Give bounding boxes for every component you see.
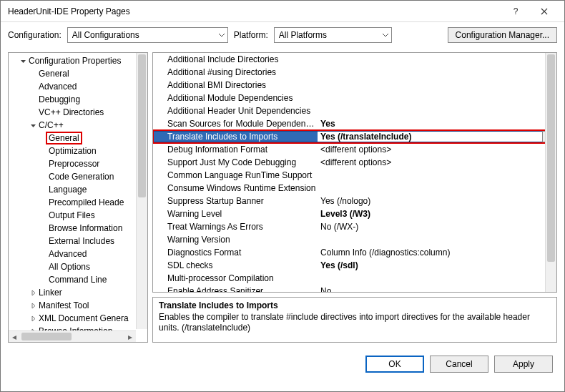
collapse-icon[interactable] [29,122,37,129]
configuration-dropdown[interactable]: All Configurations [67,27,228,43]
close-button[interactable] [530,1,559,22]
window-title: HeaderUnit-IDE Property Pages [8,6,501,16]
tree-item[interactable]: Manifest Tool [9,299,147,312]
tree-item[interactable]: Command Line [9,273,147,286]
close-icon [541,8,548,15]
scrollbar-thumb[interactable] [547,54,555,262]
property-name: SDL checks [153,260,318,270]
tree-item-ccpp[interactable]: C/C++ [9,119,147,132]
property-name: Consume Windows Runtime Extension [153,183,318,193]
property-value[interactable]: No (/WX-) [318,222,556,232]
property-name: Diagnostics Format [153,248,318,258]
tree-item[interactable]: VC++ Directories [9,106,147,119]
property-row[interactable]: Additional BMI Directories [153,79,556,92]
property-value[interactable]: Yes (/nologo) [318,196,556,206]
property-row[interactable]: Enable Address SanitizerNo [153,285,556,292]
property-name: Warning Level [153,209,318,219]
tree-item[interactable]: General [9,132,147,144]
property-name: Warning Version [153,235,318,245]
tree-item-configuration-properties[interactable]: Configuration Properties [9,54,147,67]
config-bar: Configuration: All Configurations Platfo… [1,22,564,48]
property-name: Additional Header Unit Dependencies [153,106,318,116]
property-value[interactable]: Level3 (/W3) [318,209,556,219]
property-row[interactable]: Additional Module Dependencies [153,92,556,104]
tree-item[interactable]: External Includes [9,235,147,248]
configuration-manager-button[interactable]: Configuration Manager... [448,27,557,43]
property-name: Additional Module Dependencies [153,93,318,103]
property-row[interactable]: Scan Sources for Module DependenciesYes [153,117,556,130]
tree-item[interactable]: Browse Information [9,222,147,235]
apply-button[interactable]: Apply [494,356,553,373]
property-value[interactable]: <different options> [318,144,556,155]
tree-item[interactable]: Output Files [9,209,147,222]
description-text: Enables the compiler to translate #inclu… [159,312,551,333]
tree-item[interactable]: Advanced [9,80,147,93]
chevron-down-icon [219,30,225,40]
property-name: Additional BMI Directories [153,80,318,90]
property-row[interactable]: Warning LevelLevel3 (/W3) [153,207,556,220]
property-value[interactable]: Yes (/translateInclude) [318,132,542,142]
cancel-button[interactable]: Cancel [430,356,488,373]
platform-dropdown[interactable]: All Platforms [274,27,392,43]
property-row[interactable]: Debug Information Format<different optio… [153,143,556,156]
property-row[interactable]: Support Just My Code Debugging<different… [153,156,556,169]
tree-item[interactable]: Optimization [9,144,147,157]
configuration-label: Configuration: [8,30,62,40]
tree-scrollbar-horizontal[interactable]: ◂ ▸ [9,330,136,342]
title-bar: HeaderUnit-IDE Property Pages ? [1,1,564,22]
tree-item[interactable]: Code Generation [9,170,147,183]
property-name: Common Language RunTime Support [153,170,318,180]
property-name: Additional #using Directories [153,67,318,77]
property-row[interactable]: Translate Includes to ImportsYes (/trans… [153,130,556,143]
property-value[interactable]: Column Info (/diagnostics:column) [318,248,556,258]
property-row[interactable]: Warning Version [153,233,556,246]
property-name: Scan Sources for Module Dependencies [153,119,318,129]
property-value[interactable]: Yes [318,119,556,129]
property-row[interactable]: Treat Warnings As ErrorsNo (/WX-) [153,220,556,233]
tree-item[interactable]: Linker [9,286,147,299]
property-row[interactable]: Common Language RunTime Support [153,169,556,182]
property-row[interactable]: Consume Windows Runtime Extension [153,182,556,195]
expand-icon[interactable] [29,315,37,322]
tree-item[interactable]: Language [9,183,147,196]
nav-tree: Configuration PropertiesGeneralAdvancedD… [8,52,148,343]
scroll-left-icon[interactable]: ◂ [9,332,20,342]
property-row[interactable]: SDL checksYes (/sdl) [153,259,556,272]
property-row[interactable]: Multi-processor Compilation [153,272,556,285]
platform-label: Platform: [234,30,268,40]
expand-icon[interactable] [29,290,37,296]
collapse-icon[interactable] [19,58,27,64]
tree-item[interactable]: All Options [9,260,147,273]
property-row[interactable]: Additional Include Directories [153,53,556,66]
tree-item[interactable]: Debugging [9,93,147,106]
expand-icon[interactable] [29,303,37,309]
tree-item[interactable]: General [9,67,147,80]
property-name: Suppress Startup Banner [153,196,318,206]
scrollbar-thumb[interactable] [138,54,146,197]
tree-item[interactable]: XML Document Genera [9,312,147,325]
property-name: Translate Includes to Imports [153,132,318,142]
grid-scrollbar-vertical[interactable] [545,53,556,292]
property-name: Multi-processor Compilation [153,273,318,283]
tree-item[interactable]: Advanced [9,248,147,260]
ok-button[interactable]: OK [365,356,424,373]
dialog-footer: OK Cancel Apply [1,347,564,381]
property-row[interactable]: Additional Header Unit Dependencies [153,104,556,117]
property-name: Debug Information Format [153,144,318,155]
scroll-right-icon[interactable]: ▸ [124,332,136,342]
property-name: Additional Include Directories [153,54,318,64]
property-row[interactable]: Diagnostics FormatColumn Info (/diagnost… [153,246,556,259]
tree-item[interactable]: Preprocessor [9,157,147,170]
property-value[interactable]: No [318,286,556,292]
help-button[interactable]: ? [501,1,530,22]
property-value[interactable]: <different options> [318,157,556,167]
property-row[interactable]: Suppress Startup BannerYes (/nologo) [153,195,556,207]
tree-item[interactable]: Precompiled Heade [9,196,147,209]
property-name: Support Just My Code Debugging [153,157,318,167]
tree-scrollbar-vertical[interactable] [136,53,147,329]
property-row[interactable]: Additional #using Directories [153,66,556,79]
configuration-value: All Configurations [72,30,216,40]
property-grid: Additional Include DirectoriesAdditional… [152,52,557,293]
scrollbar-thumb[interactable] [21,333,72,340]
property-value[interactable]: Yes (/sdl) [318,260,556,270]
